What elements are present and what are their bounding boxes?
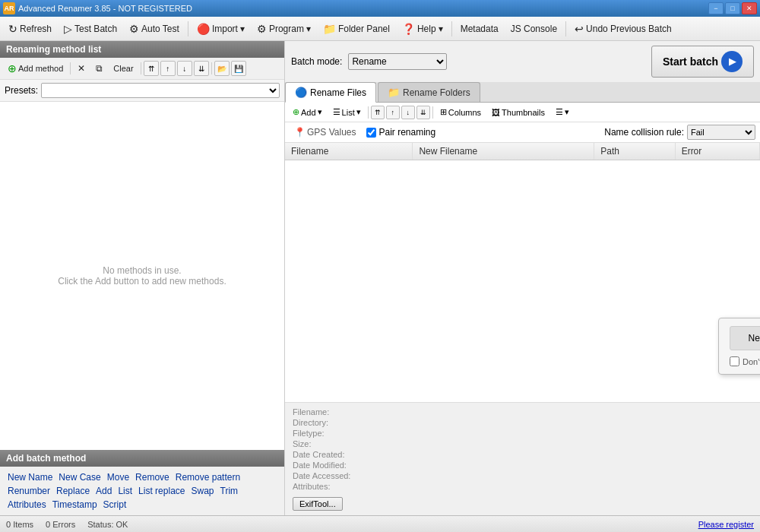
gps-values-button[interactable]: 📍 GPS Values xyxy=(290,125,360,140)
register-link[interactable]: Please register xyxy=(698,520,754,529)
save-button[interactable]: 💾 xyxy=(231,61,246,76)
move-bottom-files-button[interactable]: ⇊ xyxy=(416,106,430,119)
toolbar-separator-1 xyxy=(188,21,188,36)
main-area: Renaming method list ⊕ Add method ✕ ⧉ Cl… xyxy=(0,41,760,515)
filename-info-row: Filename: xyxy=(293,407,752,416)
pair-renaming-checkbox[interactable] xyxy=(366,128,376,138)
options-icon: ☰ xyxy=(556,107,563,117)
batch-method-renumber[interactable]: Renumber xyxy=(6,485,52,497)
batch-method-script[interactable]: Script xyxy=(102,499,128,511)
refresh-button[interactable]: ↻ Refresh xyxy=(3,20,57,38)
help-arrow-icon: ▾ xyxy=(439,24,443,34)
move-down-button[interactable]: ↓ xyxy=(177,61,192,76)
undo-button[interactable]: ↩ Undo Previous Batch xyxy=(569,20,677,38)
exiftool-button[interactable]: ExifTool... xyxy=(293,497,343,511)
batch-method-list-replace[interactable]: List replace xyxy=(137,485,186,497)
list-icon: ☰ xyxy=(333,107,340,117)
clear-button[interactable]: Clear xyxy=(109,62,138,75)
refresh-icon: ↻ xyxy=(8,23,17,35)
batch-method-swap[interactable]: Swap xyxy=(189,485,215,497)
rename-files-icon: 🔵 xyxy=(295,87,307,98)
minimize-button[interactable]: − xyxy=(708,2,724,14)
program-arrow-icon: ▾ xyxy=(306,24,311,34)
add-method-button[interactable]: ⊕ Add method xyxy=(3,60,68,77)
app-icon: AR xyxy=(3,2,15,14)
import-button[interactable]: 🔴 Import ▾ xyxy=(192,20,250,38)
test-batch-button[interactable]: ▷ Test Batch xyxy=(59,20,122,38)
window-controls: − □ ✕ xyxy=(708,2,757,14)
program-button[interactable]: ⚙ Program ▾ xyxy=(252,20,316,38)
batch-method-new-case[interactable]: New Case xyxy=(57,471,102,483)
titlebar: AR Advanced Renamer 3.85 - NOT REGISTERE… xyxy=(0,0,760,17)
file-table-area: Filename New Filename Path Error Need he… xyxy=(285,143,760,402)
program-icon: ⚙ xyxy=(257,23,267,35)
batch-method-trim[interactable]: Trim xyxy=(219,485,240,497)
help-popup-title[interactable]: Need help getting started? xyxy=(730,326,760,350)
move-top-button[interactable]: ⇈ xyxy=(144,61,159,76)
tab-rename-folders[interactable]: 📁 Rename Folders xyxy=(378,82,480,102)
batch-method-list[interactable]: List xyxy=(116,485,134,497)
dont-show-checkbox[interactable] xyxy=(730,356,739,366)
batch-method-move[interactable]: Move xyxy=(106,471,131,483)
move-top-files-button[interactable]: ⇈ xyxy=(371,106,385,119)
copy-method-button[interactable]: ⧉ xyxy=(91,61,107,76)
batch-mode-select[interactable]: Rename Copy Move xyxy=(348,53,447,70)
gps-pair-bar: 📍 GPS Values Pair renaming Name collisio… xyxy=(285,122,760,143)
help-button[interactable]: ❓ Help ▾ xyxy=(397,20,448,38)
tab-rename-files[interactable]: 🔵 Rename Files xyxy=(285,82,376,103)
delete-icon: ✕ xyxy=(78,63,85,74)
options-button[interactable]: ☰ ▾ xyxy=(551,105,574,119)
delete-method-button[interactable]: ✕ xyxy=(73,61,90,76)
move-bottom-button[interactable]: ⇊ xyxy=(194,61,209,76)
method-toolbar-sep-3 xyxy=(211,62,212,74)
col-path: Path xyxy=(594,143,675,160)
play-icon: ▶ xyxy=(721,51,743,72)
batch-method-new-name[interactable]: New Name xyxy=(6,471,54,483)
list-button[interactable]: ☰ List ▾ xyxy=(328,105,366,119)
thumbnails-button[interactable]: 🖼 Thumbnails xyxy=(487,106,549,119)
size-info-row: Size: xyxy=(293,439,752,448)
move-up-button[interactable]: ↑ xyxy=(160,61,176,76)
batch-method-remove-pattern[interactable]: Remove pattern xyxy=(174,471,242,483)
open-folder-button[interactable]: 📂 xyxy=(214,61,230,76)
statusbar: 0 Items 0 Errors Status: OK Please regis… xyxy=(0,515,760,532)
batch-method-add[interactable]: Add xyxy=(94,485,113,497)
add-method-icon: ⊕ xyxy=(8,62,17,74)
pair-renaming-check: Pair renaming xyxy=(366,127,435,138)
method-toolbar: ⊕ Add method ✕ ⧉ Clear ⇈ ↑ ↓ ⇊ 📂 💾 xyxy=(0,58,284,80)
start-batch-button[interactable]: Start batch ▶ xyxy=(651,46,754,78)
add-batch-header: Add batch method xyxy=(0,450,284,467)
columns-button[interactable]: ⊞ Columns xyxy=(435,105,486,119)
collision-rule-select[interactable]: Fail Skip Overwrite xyxy=(687,125,755,140)
items-count: 0 Items xyxy=(6,520,33,529)
folder-panel-button[interactable]: 📁 Folder Panel xyxy=(318,20,395,38)
app-title: Advanced Renamer 3.85 - NOT REGISTERED xyxy=(18,4,708,13)
metadata-button[interactable]: Metadata xyxy=(455,21,504,37)
right-panel: Batch mode: Rename Copy Move Start batch… xyxy=(285,41,760,515)
batch-methods-panel: New NameNew CaseMoveRemoveRemove pattern… xyxy=(0,467,284,515)
move-down-files-button[interactable]: ↓ xyxy=(401,106,415,119)
add-arrow-icon: ▾ xyxy=(318,107,322,117)
main-toolbar: ↻ Refresh ▷ Test Batch ⚙ Auto Test 🔴 Imp… xyxy=(0,17,760,41)
batch-method-remove[interactable]: Remove xyxy=(134,471,171,483)
batch-method-replace[interactable]: Replace xyxy=(55,485,91,497)
presets-select[interactable] xyxy=(41,83,280,98)
js-console-button[interactable]: JS Console xyxy=(505,21,562,37)
help-icon: ❓ xyxy=(402,23,415,35)
close-button[interactable]: ✕ xyxy=(742,2,757,14)
move-up-files-button[interactable]: ↑ xyxy=(386,106,400,119)
auto-test-button[interactable]: ⚙ Auto Test xyxy=(124,20,185,38)
add-files-button[interactable]: ⊕ Add ▾ xyxy=(288,105,327,119)
col-filename: Filename xyxy=(285,143,413,160)
location-icon: 📍 xyxy=(294,127,306,138)
collision-rule-bar: Name collision rule: Fail Skip Overwrite xyxy=(604,125,755,140)
date-modified-info-row: Date Modified: xyxy=(293,461,752,470)
ft-sep-2 xyxy=(432,106,433,119)
batch-method-timestamp[interactable]: Timestamp xyxy=(51,499,99,511)
batch-mode-bar: Batch mode: Rename Copy Move Start batch… xyxy=(285,41,760,82)
batch-method-attributes[interactable]: Attributes xyxy=(6,499,48,511)
date-accessed-info-row: Date Accessed: xyxy=(293,471,752,480)
maximize-button[interactable]: □ xyxy=(725,2,740,14)
options-arrow-icon: ▾ xyxy=(565,107,569,117)
columns-icon: ⊞ xyxy=(440,107,447,117)
